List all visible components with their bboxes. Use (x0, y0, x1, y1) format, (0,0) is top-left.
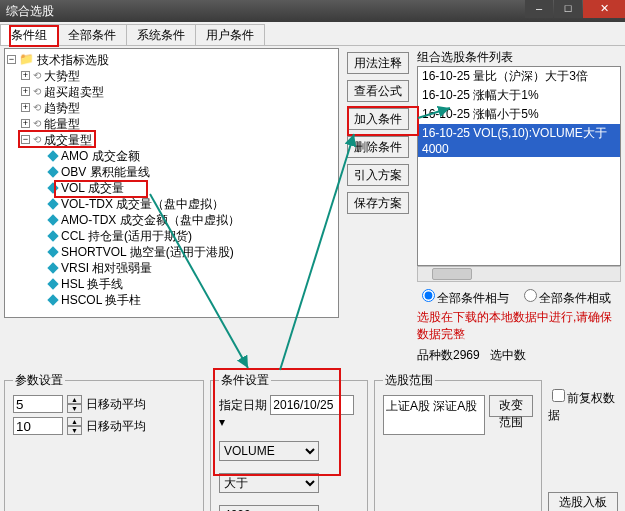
window-title-bar: 综合选股 – □ ✕ (0, 0, 625, 22)
ma2-input[interactable] (13, 417, 63, 435)
tree-group[interactable]: 超买超卖型 (44, 85, 104, 99)
radio-or[interactable]: 全部条件相或 (519, 291, 611, 305)
indicator-icon (47, 182, 58, 193)
condition-row[interactable]: 16-10-25 量比（沪深）大于3倍 (418, 67, 620, 86)
spin-down-icon[interactable]: ▼ (67, 426, 82, 435)
tree-leaf-vol[interactable]: VOL 成交量 (61, 181, 124, 195)
condition-row[interactable]: 16-10-25 涨幅小于5% (418, 105, 620, 124)
ma2-label: 日移动平均 (86, 418, 146, 435)
scope-text[interactable]: 上证A股 深证A股 (383, 395, 485, 435)
indicator-tree[interactable]: −📁 技术指标选股 +⟲ 大势型 +⟲ 超买超卖型 +⟲ 趋势型 +⟲ 能量型 … (4, 48, 339, 318)
indicator-icon (47, 278, 58, 289)
indicator-icon (47, 294, 58, 305)
minimize-button[interactable]: – (525, 0, 553, 18)
cond-set-legend: 条件设置 (219, 372, 271, 389)
maximize-button[interactable]: □ (554, 0, 582, 18)
tab-all[interactable]: 全部条件 (57, 24, 127, 45)
window-title: 综合选股 (6, 4, 54, 18)
tree-group-volume[interactable]: 成交量型 (44, 133, 92, 147)
field-select[interactable]: VOLUME (219, 441, 319, 461)
date-label: 指定日期 (219, 398, 267, 412)
cond-set-fieldset: 条件设置 指定日期 ▾ VOLUME 大于 4000 (210, 372, 368, 511)
tree-group[interactable]: 趋势型 (44, 101, 80, 115)
value-select[interactable]: 4000 (219, 505, 319, 511)
tree-root: 技术指标选股 (37, 53, 109, 67)
scrollbar-thumb[interactable] (432, 268, 472, 280)
logic-radio-group: 全部条件相与 全部条件相或 (417, 286, 621, 307)
add-condition-button[interactable]: 加入条件 (347, 108, 409, 130)
expand-icon[interactable]: + (21, 87, 30, 96)
ma1-label: 日移动平均 (86, 396, 146, 413)
indicator-icon (47, 198, 58, 209)
usage-button[interactable]: 用法注释 (347, 52, 409, 74)
tree-leaf[interactable]: AMO 成交金额 (61, 149, 140, 163)
indicator-icon (47, 262, 58, 273)
horizontal-scrollbar[interactable] (417, 266, 621, 282)
radio-and[interactable]: 全部条件相与 (417, 291, 509, 305)
action-button-column: 用法注释 查看公式 加入条件 删除条件 引入方案 保存方案 (347, 52, 409, 364)
tree-leaf[interactable]: HSCOL 换手柱 (61, 293, 141, 307)
indicator-icon (47, 166, 58, 177)
param-fieldset: 参数设置 ▲▼ 日移动平均 ▲▼ 日移动平均 (4, 372, 204, 511)
indicator-icon (47, 214, 58, 225)
tree-leaf[interactable]: HSL 换手线 (61, 277, 123, 291)
indicator-icon (47, 150, 58, 161)
view-formula-button[interactable]: 查看公式 (347, 80, 409, 102)
tree-leaf[interactable]: VOL-TDX 成交量（盘中虚拟） (61, 197, 224, 211)
indicator-icon (47, 246, 58, 257)
tree-group[interactable]: 能量型 (44, 117, 80, 131)
spin-up-icon[interactable]: ▲ (67, 395, 82, 404)
cond-list-title: 组合选股条件列表 (417, 48, 621, 66)
tree-leaf[interactable]: CCL 持仓量(适用于期货) (61, 229, 192, 243)
delete-condition-button[interactable]: 删除条件 (347, 136, 409, 158)
tree-group[interactable]: 大势型 (44, 69, 80, 83)
spin-down-icon[interactable]: ▼ (67, 404, 82, 413)
tab-user[interactable]: 用户条件 (195, 24, 265, 45)
collapse-icon[interactable]: − (7, 55, 16, 64)
condition-row[interactable]: 16-10-25 涨幅大于1% (418, 86, 620, 105)
tab-bar: 条件组 全部条件 系统条件 用户条件 (0, 24, 625, 46)
tab-group[interactable]: 条件组 (0, 24, 58, 45)
condition-row-selected[interactable]: 16-10-25 VOL(5,10):VOLUME大于4000 (418, 124, 620, 157)
change-scope-button[interactable]: 改变范围 (489, 395, 534, 417)
warning-text: 选股在下载的本地数据中进行,请确保数据完整 (417, 309, 621, 343)
condition-list[interactable]: 16-10-25 量比（沪深）大于3倍 16-10-25 涨幅大于1% 16-1… (417, 66, 621, 266)
close-window-button[interactable]: ✕ (583, 0, 625, 18)
tree-leaf[interactable]: AMO-TDX 成交金额（盘中虚拟） (61, 213, 240, 227)
op-select[interactable]: 大于 (219, 473, 319, 493)
scope-fieldset: 选股范围 上证A股 深证A股 改变范围 (374, 372, 542, 511)
spin-up-icon[interactable]: ▲ (67, 417, 82, 426)
tree-leaf[interactable]: SHORTVOL 抛空量(适用于港股) (61, 245, 234, 259)
variety-count: 2969 (453, 348, 480, 362)
expand-icon[interactable]: + (21, 103, 30, 112)
select-to-block-button[interactable]: 选股入板块 (548, 492, 618, 511)
param-legend: 参数设置 (13, 372, 65, 389)
import-plan-button[interactable]: 引入方案 (347, 164, 409, 186)
tree-leaf[interactable]: OBV 累积能量线 (61, 165, 150, 179)
counts-row: 品种数2969 选中数 (417, 347, 621, 364)
save-plan-button[interactable]: 保存方案 (347, 192, 409, 214)
ma1-input[interactable] (13, 395, 63, 413)
date-input[interactable] (270, 395, 354, 415)
collapse-icon[interactable]: − (21, 135, 30, 144)
tab-system[interactable]: 系统条件 (126, 24, 196, 45)
tree-leaf[interactable]: VRSI 相对强弱量 (61, 261, 152, 275)
expand-icon[interactable]: + (21, 119, 30, 128)
qfq-checkbox[interactable]: 前复权数据 (548, 386, 618, 424)
scope-legend: 选股范围 (383, 372, 435, 389)
expand-icon[interactable]: + (21, 71, 30, 80)
indicator-icon (47, 230, 58, 241)
